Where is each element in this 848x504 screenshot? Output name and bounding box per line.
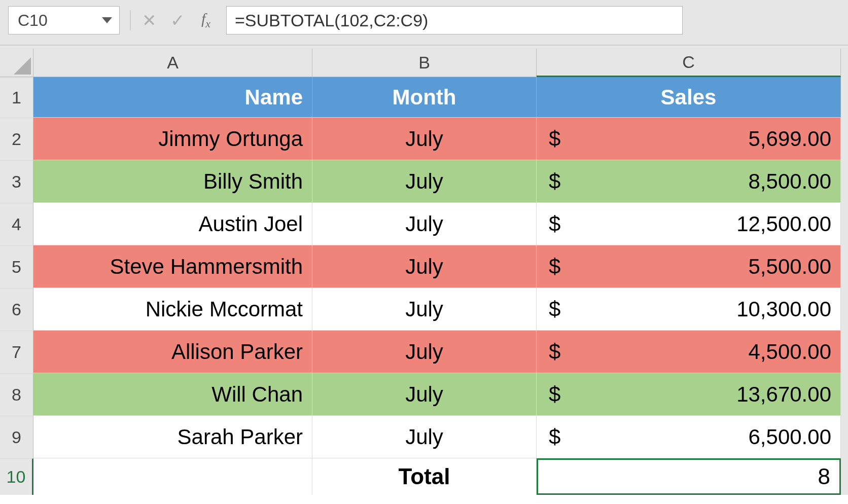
cell-C1[interactable]: Sales (537, 77, 841, 118)
cell-C7[interactable]: $ 4,500.00 (537, 331, 841, 373)
formula-input[interactable]: =SUBTOTAL(102,C2:C9) (226, 6, 683, 34)
currency-symbol: $ (549, 127, 560, 151)
row-2: 2 Jimmy Ortunga July $ 5,699.00 (0, 118, 848, 160)
x-icon: ✕ (142, 10, 156, 30)
select-all-triangle[interactable] (0, 49, 33, 77)
cell-C8[interactable]: $ 13,670.00 (537, 373, 841, 416)
cell-B10[interactable]: Total (312, 458, 537, 495)
column-header-B[interactable]: B (312, 49, 537, 77)
cell-B5[interactable]: July (312, 245, 537, 288)
name-box-value: C10 (18, 11, 48, 30)
sales-value: 13,670.00 (736, 382, 831, 407)
chevron-down-icon[interactable] (102, 17, 112, 23)
cell-A3[interactable]: Billy Smith (33, 160, 312, 203)
row-8: 8 Will Chan July $ 13,670.00 (0, 373, 848, 416)
cell-B8[interactable]: July (312, 373, 537, 416)
currency-symbol: $ (549, 382, 560, 407)
insert-function-button[interactable]: fx (192, 6, 220, 34)
cell-A6[interactable]: Nickie Mccormat (33, 288, 312, 331)
sales-value: 12,500.00 (736, 212, 831, 236)
cell-C5[interactable]: $ 5,500.00 (537, 245, 841, 288)
cell-A10[interactable] (33, 458, 312, 495)
cell-B6[interactable]: July (312, 288, 537, 331)
row-header-9[interactable]: 9 (0, 416, 33, 458)
row-7: 7 Allison Parker July $ 4,500.00 (0, 331, 848, 373)
row-header-7[interactable]: 7 (0, 331, 33, 373)
row-9: 9 Sarah Parker July $ 6,500.00 (0, 416, 848, 458)
divider (130, 10, 131, 30)
cell-A7[interactable]: Allison Parker (33, 331, 312, 373)
row-4: 4 Austin Joel July $ 12,500.00 (0, 203, 848, 245)
cell-C10-selected[interactable]: 8 (537, 458, 841, 495)
column-header-C[interactable]: C (537, 49, 841, 77)
sales-value: 4,500.00 (749, 340, 832, 364)
cell-B2[interactable]: July (312, 118, 537, 160)
sales-value: 5,500.00 (749, 255, 832, 279)
fx-icon: fx (201, 10, 210, 30)
name-box[interactable]: C10 (8, 6, 120, 34)
spreadsheet-grid: A B C 1 Name Month Sales 2 Jimmy Ortunga… (0, 46, 848, 495)
row-header-3[interactable]: 3 (0, 160, 33, 203)
sales-value: 6,500.00 (749, 425, 832, 449)
row-1: 1 Name Month Sales (0, 77, 848, 118)
cell-A1[interactable]: Name (33, 77, 312, 118)
enter-formula-button[interactable]: ✓ (163, 6, 192, 34)
column-headers: A B C (0, 49, 848, 77)
cell-B9[interactable]: July (312, 416, 537, 458)
currency-symbol: $ (549, 255, 560, 279)
row-header-4[interactable]: 4 (0, 203, 33, 245)
row-header-10[interactable]: 10 (0, 458, 33, 495)
row-10: 10 Total 8 (0, 458, 848, 495)
cell-C3[interactable]: $ 8,500.00 (537, 160, 841, 203)
row-6: 6 Nickie Mccormat July $ 10,300.00 (0, 288, 848, 331)
row-5: 5 Steve Hammersmith July $ 5,500.00 (0, 245, 848, 288)
cell-A2[interactable]: Jimmy Ortunga (33, 118, 312, 160)
column-header-A[interactable]: A (33, 49, 312, 77)
sales-value: 10,300.00 (736, 297, 831, 321)
currency-symbol: $ (549, 425, 560, 449)
cell-B1[interactable]: Month (312, 77, 537, 118)
cancel-formula-button[interactable]: ✕ (135, 6, 163, 34)
row-header-5[interactable]: 5 (0, 245, 33, 288)
currency-symbol: $ (549, 340, 560, 364)
cell-A9[interactable]: Sarah Parker (33, 416, 312, 458)
formula-text: =SUBTOTAL(102,C2:C9) (235, 11, 428, 30)
cell-C4[interactable]: $ 12,500.00 (537, 203, 841, 245)
currency-symbol: $ (549, 297, 560, 321)
cell-C2[interactable]: $ 5,699.00 (537, 118, 841, 160)
currency-symbol: $ (549, 212, 560, 236)
cell-A5[interactable]: Steve Hammersmith (33, 245, 312, 288)
row-3: 3 Billy Smith July $ 8,500.00 (0, 160, 848, 203)
row-header-1[interactable]: 1 (0, 77, 33, 118)
currency-symbol: $ (549, 169, 560, 194)
row-header-2[interactable]: 2 (0, 118, 33, 160)
formula-bar: C10 ✕ ✓ fx =SUBTOTAL(102,C2:C9) (0, 0, 848, 46)
cell-C9[interactable]: $ 6,500.00 (537, 416, 841, 458)
check-icon: ✓ (170, 10, 185, 30)
row-header-6[interactable]: 6 (0, 288, 33, 331)
cell-A8[interactable]: Will Chan (33, 373, 312, 416)
cell-B4[interactable]: July (312, 203, 537, 245)
row-header-8[interactable]: 8 (0, 373, 33, 416)
cell-B3[interactable]: July (312, 160, 537, 203)
sheet-rows: 1 Name Month Sales 2 Jimmy Ortunga July … (0, 77, 848, 495)
cell-B7[interactable]: July (312, 331, 537, 373)
formula-controls: ✕ ✓ fx (126, 6, 220, 34)
sales-value: 8,500.00 (749, 169, 832, 194)
sales-value: 5,699.00 (749, 127, 832, 151)
cell-C6[interactable]: $ 10,300.00 (537, 288, 841, 331)
cell-A4[interactable]: Austin Joel (33, 203, 312, 245)
